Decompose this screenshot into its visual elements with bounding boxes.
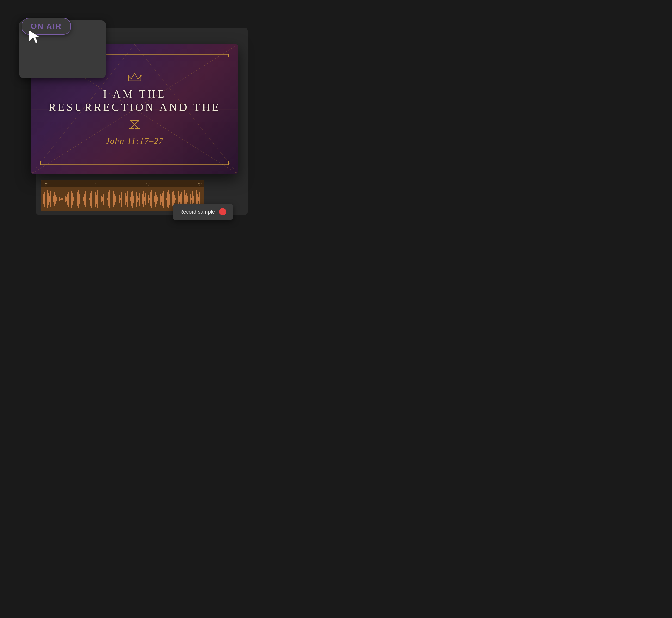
svg-rect-87 bbox=[130, 197, 131, 201]
svg-rect-108 bbox=[155, 192, 156, 207]
svg-rect-102 bbox=[148, 195, 149, 203]
svg-rect-143 bbox=[197, 194, 198, 204]
svg-rect-94 bbox=[138, 198, 139, 200]
time-marker-2: 27s bbox=[95, 182, 99, 185]
svg-rect-93 bbox=[137, 196, 138, 202]
svg-rect-122 bbox=[172, 192, 173, 206]
svg-rect-53 bbox=[89, 198, 90, 200]
svg-rect-133 bbox=[185, 195, 186, 204]
svg-rect-68 bbox=[107, 198, 108, 200]
time-marker-1: 13s bbox=[43, 182, 48, 185]
svg-point-8 bbox=[134, 73, 135, 74]
svg-rect-140 bbox=[193, 196, 194, 203]
svg-rect-24 bbox=[54, 192, 55, 206]
svg-rect-98 bbox=[143, 191, 144, 207]
svg-rect-47 bbox=[82, 192, 82, 207]
svg-rect-86 bbox=[129, 195, 129, 204]
svg-rect-117 bbox=[166, 198, 167, 200]
svg-rect-26 bbox=[57, 197, 57, 201]
svg-rect-23 bbox=[53, 197, 54, 202]
svg-point-9 bbox=[140, 75, 142, 77]
svg-rect-97 bbox=[142, 194, 143, 204]
svg-rect-31 bbox=[63, 198, 63, 200]
svg-rect-65 bbox=[103, 194, 104, 205]
svg-rect-146 bbox=[201, 195, 201, 204]
svg-rect-21 bbox=[51, 191, 51, 207]
svg-rect-51 bbox=[87, 195, 87, 203]
svg-rect-38 bbox=[71, 191, 72, 208]
svg-rect-83 bbox=[125, 193, 126, 205]
svg-rect-35 bbox=[67, 194, 68, 205]
svg-rect-101 bbox=[147, 191, 147, 208]
svg-rect-61 bbox=[98, 193, 99, 205]
corner-tr bbox=[225, 54, 229, 58]
svg-rect-103 bbox=[149, 198, 150, 200]
svg-rect-120 bbox=[169, 194, 170, 205]
slide-content: I AM THE RESURRECTION AND THE bbox=[49, 73, 221, 146]
svg-rect-91 bbox=[135, 194, 135, 205]
svg-rect-30 bbox=[61, 198, 62, 200]
svg-rect-80 bbox=[121, 192, 122, 207]
svg-rect-34 bbox=[66, 197, 67, 201]
svg-rect-131 bbox=[183, 197, 183, 201]
svg-rect-48 bbox=[83, 197, 84, 201]
time-marker-3: 40s bbox=[146, 182, 151, 185]
svg-rect-29 bbox=[60, 199, 61, 200]
svg-rect-124 bbox=[174, 195, 175, 203]
svg-rect-52 bbox=[88, 198, 88, 200]
svg-rect-81 bbox=[122, 194, 123, 204]
svg-rect-27 bbox=[58, 198, 59, 200]
svg-rect-62 bbox=[100, 191, 100, 207]
corner-bl bbox=[40, 161, 44, 165]
svg-rect-60 bbox=[97, 190, 98, 208]
svg-rect-106 bbox=[153, 194, 153, 204]
svg-rect-32 bbox=[64, 197, 64, 201]
corner-br bbox=[225, 161, 229, 165]
svg-rect-138 bbox=[191, 198, 192, 200]
record-sample-button[interactable]: Record sample bbox=[173, 204, 233, 220]
svg-rect-46 bbox=[81, 196, 81, 202]
svg-rect-111 bbox=[159, 191, 159, 207]
svg-rect-84 bbox=[126, 197, 127, 202]
svg-rect-114 bbox=[162, 193, 163, 206]
svg-rect-112 bbox=[160, 194, 161, 205]
svg-point-7 bbox=[128, 75, 129, 77]
record-dot-icon bbox=[219, 208, 227, 215]
svg-rect-18 bbox=[47, 191, 48, 208]
svg-rect-95 bbox=[140, 193, 140, 206]
chair-icon bbox=[129, 118, 141, 132]
svg-rect-90 bbox=[134, 196, 134, 203]
svg-rect-58 bbox=[95, 192, 96, 207]
svg-rect-107 bbox=[154, 197, 155, 202]
svg-rect-66 bbox=[104, 192, 105, 207]
svg-rect-118 bbox=[167, 192, 168, 207]
svg-rect-59 bbox=[96, 195, 97, 204]
svg-rect-113 bbox=[161, 196, 162, 202]
svg-rect-76 bbox=[116, 193, 117, 206]
svg-rect-15 bbox=[43, 194, 44, 204]
svg-rect-75 bbox=[115, 196, 116, 202]
svg-rect-105 bbox=[151, 190, 152, 208]
time-marker-4: 54s bbox=[197, 182, 202, 185]
svg-rect-17 bbox=[46, 195, 47, 203]
timeline-markers: 13s 27s 40s 54s bbox=[43, 182, 202, 185]
slide-title: I AM THE RESURRECTION AND THE bbox=[49, 87, 221, 114]
svg-rect-45 bbox=[79, 194, 80, 204]
svg-rect-41 bbox=[75, 198, 75, 200]
svg-rect-134 bbox=[186, 193, 187, 206]
svg-rect-56 bbox=[92, 194, 93, 204]
svg-rect-115 bbox=[163, 191, 164, 208]
svg-rect-85 bbox=[128, 191, 128, 207]
svg-rect-20 bbox=[49, 196, 50, 202]
svg-marker-0 bbox=[29, 30, 40, 43]
svg-rect-125 bbox=[175, 198, 176, 200]
svg-rect-36 bbox=[69, 192, 69, 207]
svg-rect-121 bbox=[171, 197, 171, 201]
svg-rect-78 bbox=[119, 195, 120, 203]
svg-rect-44 bbox=[78, 190, 79, 208]
svg-rect-70 bbox=[109, 190, 110, 208]
svg-rect-104 bbox=[150, 192, 151, 206]
svg-rect-96 bbox=[141, 190, 141, 208]
slide-reference: John 11:17–27 bbox=[106, 136, 163, 146]
svg-rect-40 bbox=[73, 197, 74, 201]
